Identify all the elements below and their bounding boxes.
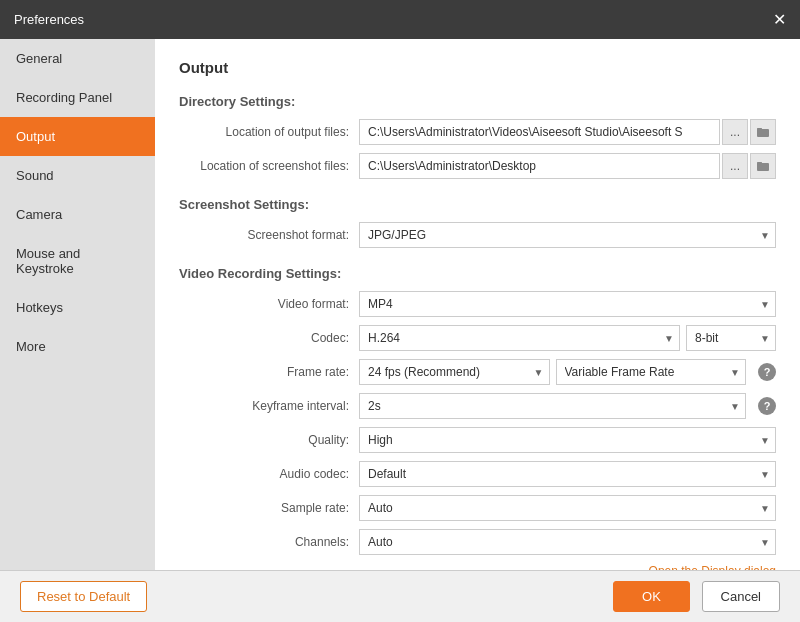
framerate-row: Frame rate: 24 fps (Recommend) ▼ Variabl…	[179, 359, 776, 385]
channels-label: Channels:	[179, 535, 359, 549]
sidebar-item-general[interactable]: General	[0, 39, 155, 78]
svg-rect-0	[757, 129, 769, 137]
footer-right-buttons: OK Cancel	[613, 581, 780, 612]
framerate-help-icon[interactable]: ?	[758, 363, 776, 381]
channels-row: Channels: Auto ▼	[179, 529, 776, 555]
page-title: Output	[179, 59, 776, 76]
quality-label: Quality:	[179, 433, 359, 447]
framerate-select[interactable]: 24 fps (Recommend)	[359, 359, 550, 385]
svg-rect-2	[757, 163, 769, 171]
svg-rect-1	[757, 128, 762, 130]
output-path-label: Location of output files:	[179, 125, 359, 139]
bitdepth-select[interactable]: 8-bit	[686, 325, 776, 351]
sidebar-item-hotkeys[interactable]: Hotkeys	[0, 288, 155, 327]
ok-button[interactable]: OK	[613, 581, 690, 612]
audio-codec-label: Audio codec:	[179, 467, 359, 481]
screenshot-format-select[interactable]: JPG/JPEG	[359, 222, 776, 248]
window-title: Preferences	[14, 12, 84, 27]
video-settings-title: Video Recording Settings:	[179, 266, 776, 281]
framerate-type-select[interactable]: Variable Frame Rate	[556, 359, 747, 385]
quality-row: Quality: High ▼	[179, 427, 776, 453]
sidebar-item-sound[interactable]: Sound	[0, 156, 155, 195]
sample-rate-label: Sample rate:	[179, 501, 359, 515]
screenshot-path-dots-button[interactable]: ...	[722, 153, 748, 179]
sidebar-item-camera[interactable]: Camera	[0, 195, 155, 234]
sidebar-item-mouse-keystroke[interactable]: Mouse and Keystroke	[0, 234, 155, 288]
keyframe-select[interactable]: 2s	[359, 393, 746, 419]
sidebar: General Recording Panel Output Sound Cam…	[0, 39, 155, 570]
quality-select[interactable]: High	[359, 427, 776, 453]
codec-row: Codec: H.264 ▼ 8-bit	[179, 325, 776, 351]
screenshot-path-input[interactable]	[359, 153, 720, 179]
svg-rect-3	[757, 162, 762, 164]
sidebar-item-output[interactable]: Output	[0, 117, 155, 156]
audio-codec-row: Audio codec: Default ▼	[179, 461, 776, 487]
display-link-row: Open the Display dialog	[179, 563, 776, 570]
keyframe-label: Keyframe interval:	[179, 399, 359, 413]
output-path-input[interactable]	[359, 119, 720, 145]
screenshot-format-label: Screenshot format:	[179, 228, 359, 242]
cancel-button[interactable]: Cancel	[702, 581, 780, 612]
audio-codec-select[interactable]: Default	[359, 461, 776, 487]
screenshot-path-label: Location of screenshot files:	[179, 159, 359, 173]
keyframe-row: Keyframe interval: 2s ▼ ?	[179, 393, 776, 419]
screenshot-settings-title: Screenshot Settings:	[179, 197, 776, 212]
video-format-select[interactable]: MP4	[359, 291, 776, 317]
output-path-folder-button[interactable]	[750, 119, 776, 145]
sample-rate-select[interactable]: Auto	[359, 495, 776, 521]
codec-select[interactable]: H.264	[359, 325, 680, 351]
sidebar-item-more[interactable]: More	[0, 327, 155, 366]
screenshot-path-row: Location of screenshot files: ...	[179, 153, 776, 179]
directory-settings-title: Directory Settings:	[179, 94, 776, 109]
sidebar-item-recording-panel[interactable]: Recording Panel	[0, 78, 155, 117]
keyframe-help-icon[interactable]: ?	[758, 397, 776, 415]
screenshot-path-folder-button[interactable]	[750, 153, 776, 179]
screenshot-format-row: Screenshot format: JPG/JPEG ▼	[179, 222, 776, 248]
output-path-dots-button[interactable]: ...	[722, 119, 748, 145]
channels-select[interactable]: Auto	[359, 529, 776, 555]
video-format-label: Video format:	[179, 297, 359, 311]
framerate-label: Frame rate:	[179, 365, 359, 379]
footer: Reset to Default OK Cancel	[0, 570, 800, 622]
codec-label: Codec:	[179, 331, 359, 345]
close-button[interactable]: ✕	[773, 10, 786, 29]
output-path-row: Location of output files: ...	[179, 119, 776, 145]
video-format-row: Video format: MP4 ▼	[179, 291, 776, 317]
sample-rate-row: Sample rate: Auto ▼	[179, 495, 776, 521]
main-content: Output Directory Settings: Location of o…	[155, 39, 800, 570]
reset-button[interactable]: Reset to Default	[20, 581, 147, 612]
